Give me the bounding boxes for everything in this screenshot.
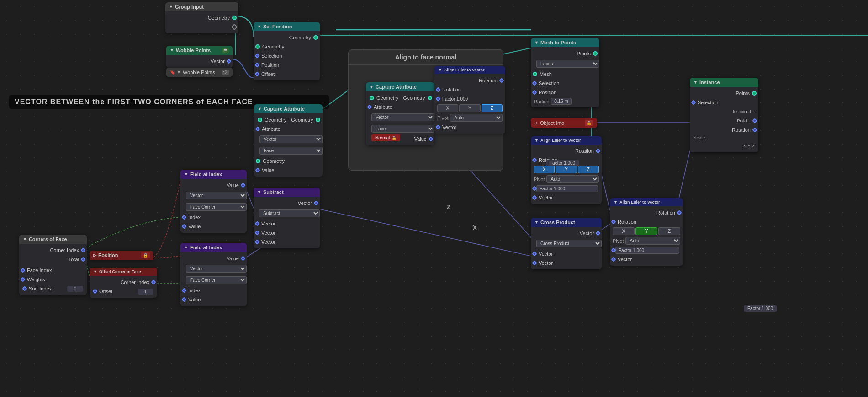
ae1-x-btn[interactable]: X (437, 104, 458, 112)
ae3-x-btn[interactable]: X (613, 227, 635, 235)
ocif-offset-input[interactable] (138, 289, 153, 295)
fi2-value-in: Value (180, 295, 247, 304)
cap1-type2-select[interactable]: Face (259, 147, 323, 155)
cof-corner-idx: Corner Index (19, 246, 87, 255)
cap2-type2[interactable]: Face (371, 125, 434, 133)
sub-v2: Vector (254, 228, 320, 237)
pos-title: Position (98, 252, 118, 258)
ae2-header[interactable]: ▼ Align Euler to Vector (531, 136, 602, 145)
sp-geom-out-label: Geometry (257, 35, 313, 40)
inst-rot-out: Rotation (690, 125, 758, 134)
sub-title: Subtract (263, 189, 284, 195)
ae3-pivot-select[interactable]: Auto (625, 237, 680, 245)
ae1-rotation-in: Rotation (434, 85, 505, 94)
ae1-y-btn[interactable]: Y (459, 104, 480, 112)
fi1-type1[interactable]: Vector (186, 192, 247, 199)
sub-header[interactable]: ▼ Subtract (254, 188, 320, 197)
ae3-z-btn[interactable]: Z (658, 227, 680, 235)
set-position-header[interactable]: ▼ Set Position (254, 22, 320, 31)
sp-geom-in-socket (255, 44, 260, 49)
wobble-sub-header[interactable]: 🔖 ▼ Wobble Points 🛡 (166, 68, 233, 77)
ae2-vector-row: Vector (531, 193, 602, 202)
inst-sel-in: Selection (690, 98, 758, 107)
cross-product-node: ▼ Cross Product Vector Cross Product Vec… (531, 218, 602, 269)
ae3-title: Align Euler to Vector (619, 200, 660, 204)
fi2-type1[interactable]: Vector (186, 265, 247, 273)
ae3-factor-row: Factor 1.000 (610, 246, 683, 255)
inst-scale-label: Scale: (690, 134, 758, 141)
pos-header[interactable]: ▷ Position 🔒 (90, 251, 153, 260)
group-input-header[interactable]: ▼ Group Input (165, 2, 238, 11)
mesh-to-points-node: ▼ Mesh to Points Points Faces Mesh Selec… (531, 38, 599, 107)
cap2-type1[interactable]: Vector (371, 113, 434, 121)
wobble-sub-title: Wobble Points (183, 70, 215, 75)
cof-header[interactable]: ▼ Corners of Face (19, 235, 87, 244)
sub-v1: Vector (254, 219, 320, 228)
cap-attr-1-header[interactable]: ▼ Capture Attribute (254, 104, 323, 113)
fi1-type2[interactable]: Face Corner (186, 203, 247, 211)
mtp-sel-in: Selection (531, 79, 599, 88)
cap-attr-2-header[interactable]: ▼ Capture Attribute (366, 82, 434, 91)
ae2-factor-val[interactable]: Factor 1.000 (536, 185, 598, 192)
sub-type[interactable]: Subtract (259, 209, 320, 217)
fi1-value-in: Value (180, 222, 247, 231)
ae3-y-btn[interactable]: Y (635, 227, 657, 235)
cap1-type1-row[interactable]: Vector (254, 134, 323, 145)
cof-sort-input[interactable] (67, 286, 83, 292)
cp-body: Vector Cross Product Vector Vector (531, 227, 602, 269)
ae1-vector-row: Vector (434, 123, 505, 132)
ae2-z-btn[interactable]: Z (578, 166, 599, 173)
ae2-pivot-select[interactable]: Auto (546, 175, 599, 183)
normal-button[interactable]: Normal 🔒 (371, 134, 400, 141)
wobble-vec-socket (226, 59, 231, 64)
ae3-header[interactable]: ▼ Align Euler to Vector (610, 198, 683, 206)
fi1-body: Value Vector Face Corner Index Value (180, 179, 247, 233)
sp-geometry-in: Geometry (254, 42, 320, 51)
fi1-header[interactable]: ▼ Field at Index (180, 170, 247, 179)
set-position-arrow: ▼ (257, 24, 261, 29)
oi-header[interactable]: ▷ Object Info 🔒 (531, 118, 597, 128)
set-position-title: Set Position (263, 24, 292, 29)
group-input-node: ▼ Group Input Geometry (165, 2, 238, 33)
instance-node: ▼ Instance Points Selection Instance I..… (690, 78, 758, 152)
sp-offset-row: Offset (254, 70, 320, 79)
offset-corner-node: ▼ Offset Corner in Face Corner Index Off… (90, 268, 157, 298)
z-axis-label: Z (447, 204, 450, 210)
corners-of-face-node: ▼ Corners of Face Corner Index Total Fac… (19, 235, 87, 295)
wobble-top-header[interactable]: ▼ Wobble Points ⬒ (166, 46, 233, 55)
extra-socket (231, 24, 238, 30)
align-euler-2-node: ▼ Align Euler to Vector Rotation Rotatio… (531, 136, 602, 204)
fi2-type2[interactable]: Face Corner (186, 276, 247, 284)
fi1-index-row: Index (180, 213, 247, 222)
ae1-pivot-select[interactable]: Auto (450, 114, 503, 122)
ocif-header[interactable]: ▼ Offset Corner in Face (90, 268, 157, 276)
fi1-title: Field at Index (190, 172, 222, 177)
group-input-extra-row (165, 22, 238, 32)
ae2-x-btn[interactable]: X (534, 166, 555, 173)
ae2-y-btn[interactable]: Y (556, 166, 577, 173)
fi2-header[interactable]: ▼ Field at Index (180, 243, 247, 252)
wobble-sub-icon: 🛡 (222, 70, 229, 75)
ae3-factor-val[interactable]: Factor 1.000 (615, 247, 679, 254)
cap1-type1-select[interactable]: Vector (259, 135, 323, 143)
cap2-geom-row: Geometry Geometry (366, 93, 434, 102)
mtp-radius-val: 0.15 m (551, 98, 572, 105)
mtp-radius-row: Radius 0.15 m (531, 97, 599, 106)
ae1-z-btn[interactable]: Z (482, 104, 503, 112)
mtp-header[interactable]: ▼ Mesh to Points (531, 38, 599, 47)
ocif-corner-idx-out: Corner Index (90, 278, 157, 287)
ae3-body: Rotation Rotation X Y Z Pivot Auto Facto… (610, 206, 683, 266)
cap1-type2-row[interactable]: Face (254, 145, 323, 156)
ae1-header[interactable]: ▼ Align Euler to Vector (434, 66, 505, 74)
cp-type-select[interactable]: Cross Product (536, 240, 602, 247)
mtp-faces-select[interactable]: Faces (536, 60, 599, 68)
cof-title: Corners of Face (29, 236, 67, 242)
factor-label-2: Factor 1.000 (744, 305, 777, 312)
inst-header[interactable]: ▼ Instance (690, 78, 758, 87)
sub-body: Vector Subtract Vector Vector Vector (254, 197, 320, 248)
ae1-xyz: X Y Z (437, 104, 503, 112)
sp-sel-label: Selection (259, 53, 316, 59)
cap1-geom-row: Geometry Geometry (254, 115, 323, 124)
fi1-value-out: Value (180, 181, 247, 190)
cp-header[interactable]: ▼ Cross Product (531, 218, 602, 227)
